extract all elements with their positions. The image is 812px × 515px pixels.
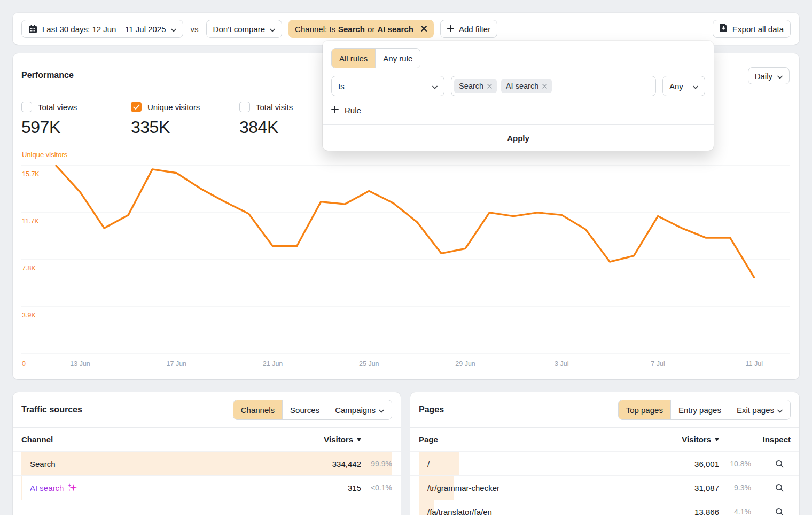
tab-campaigns[interactable]: Campaigns [327,400,392,419]
metric-value: 597K [21,118,77,137]
performance-line-chart: 15.7K11.7K7.8K3.9K013 Jun17 Jun21 Jun25 … [21,157,790,373]
plus-icon [447,25,454,34]
match-mode-value: Any [669,82,683,91]
tab-sources[interactable]: Sources [282,400,327,419]
channel-name[interactable]: Search [21,459,292,469]
filter-chip-value-2: AI search [377,25,413,34]
compare-dropdown[interactable]: Don’t compare [206,20,283,38]
remove-tag-icon[interactable] [487,84,492,89]
metric-unique-visitors[interactable]: Unique visitors 335K [131,102,200,137]
tab-entry-pages[interactable]: Entry pages [670,400,729,419]
svg-text:15.7K: 15.7K [22,170,40,178]
add-filter-label: Add filter [459,25,490,34]
filter-values-input[interactable]: Search AI search [451,76,656,96]
svg-text:29 Jun: 29 Jun [455,360,475,368]
add-filter-button[interactable]: Add filter [440,20,497,38]
filter-panel: All rules Any rule Is Search AI search A… [323,41,714,151]
col-visitors-label: Visitors [324,435,353,444]
inspect-magnifier-icon[interactable] [775,459,784,469]
tab-channels[interactable]: Channels [233,400,282,419]
total-views-checkbox[interactable] [21,102,32,112]
visitors-share: <0.1% [361,483,392,492]
match-mode-select[interactable]: Any [662,76,705,96]
metric-total-visits[interactable]: Total visits 384K [239,102,293,137]
page-path[interactable]: / [419,459,655,469]
add-rule-label: Rule [345,106,361,115]
tab-top-pages[interactable]: Top pages [619,400,670,419]
visitors-value: 13,866 [655,508,719,515]
svg-text:3.9K: 3.9K [22,311,36,319]
interval-value: Daily [755,72,772,81]
total-visits-checkbox[interactable] [239,102,250,112]
visitors-value: 315 [292,483,361,493]
rules-mode-tabs: All rules Any rule [331,48,420,68]
filter-chip-value-1: Search [338,25,365,34]
interval-dropdown[interactable]: Daily [748,67,790,84]
tag-label: Search [459,82,483,90]
metric-total-views[interactable]: Total views 597K [21,102,77,137]
tag-search[interactable]: Search [454,79,497,93]
channel-name[interactable]: AI search [30,483,64,493]
svg-text:7 Jul: 7 Jul [651,360,665,368]
visitors-value: 31,087 [655,483,719,493]
tab-all-rules[interactable]: All rules [332,49,375,68]
plus-icon [331,106,339,115]
channel-filter-chip[interactable]: Channel: Is Search or AI search [288,20,434,38]
tab-campaigns-label: Campaigns [335,405,376,415]
table-row-ai-search[interactable]: AI search 315 <0.1% [13,475,401,500]
calendar-icon [28,25,37,34]
page-path[interactable]: /tr/grammar-checker [419,483,655,493]
table-row-page[interactable]: / 36,001 10.8% [410,451,799,475]
pages-table-header: Page Visitors Inspect [410,428,799,451]
performance-title: Performance [21,71,74,80]
svg-text:3 Jul: 3 Jul [555,360,568,368]
tag-ai-search[interactable]: AI search [501,79,552,93]
visitors-share: 99.9% [361,459,392,468]
metric-label: Unique visitors [147,103,200,112]
sparkles-icon [67,483,77,493]
tab-any-rule[interactable]: Any rule [375,49,420,68]
sort-desc-icon [357,438,361,441]
add-rule-button[interactable]: Rule [331,106,361,115]
col-inspect: Inspect [751,435,791,444]
apply-button[interactable]: Apply [323,124,714,151]
traffic-sources-tabs: Channels Sources Campaigns [233,400,392,420]
col-visitors-label: Visitors [682,435,711,444]
export-all-data-button[interactable]: Export all data [713,20,791,38]
filter-chip-prefix: Channel: Is [295,25,335,34]
operator-select[interactable]: Is [331,76,444,96]
page-path[interactable]: /fa/translator/fa/en [419,508,655,515]
chevron-down-icon [379,405,384,415]
date-range-label: Last 30 days: 12 Jun – 11 Jul 2025 [42,25,166,34]
pages-title: Pages [419,405,444,415]
table-row-page[interactable]: /fa/translator/fa/en 13,866 4.1% [410,500,799,515]
toolbar: Last 30 days: 12 Jun – 11 Jul 2025 vs Do… [13,13,799,45]
col-visitors-sort[interactable]: Visitors [655,435,719,444]
metric-value: 384K [239,118,293,137]
date-range-button[interactable]: Last 30 days: 12 Jun – 11 Jul 2025 [21,20,183,38]
metric-value: 335K [131,118,200,137]
export-label: Export all data [732,25,784,34]
visitors-share: 10.8% [719,459,751,468]
apply-label: Apply [507,134,529,143]
svg-text:7.8K: 7.8K [22,264,36,272]
tab-exit-pages-label: Exit pages [737,405,774,415]
channel-table-header: Channel Visitors [13,428,401,451]
table-row-page[interactable]: /tr/grammar-checker 31,087 9.3% [410,475,799,500]
remove-tag-icon[interactable] [542,84,547,89]
visitors-share: 4.1% [719,508,751,515]
chevron-down-icon [270,25,275,34]
inspect-magnifier-icon[interactable] [775,508,784,515]
svg-text:11.7K: 11.7K [22,217,39,225]
unique-visitors-checkbox[interactable] [131,102,142,112]
chevron-down-icon [432,82,438,91]
svg-text:13 Jun: 13 Jun [70,360,90,368]
remove-filter-button[interactable] [420,25,427,34]
sort-desc-icon [715,438,719,441]
table-row-search[interactable]: Search 334,442 99.9% [13,451,401,475]
inspect-magnifier-icon[interactable] [775,483,784,493]
col-visitors-sort[interactable]: Visitors [292,435,361,444]
tab-exit-pages[interactable]: Exit pages [729,400,790,419]
metric-label: Total views [38,103,77,112]
download-icon [720,24,728,34]
